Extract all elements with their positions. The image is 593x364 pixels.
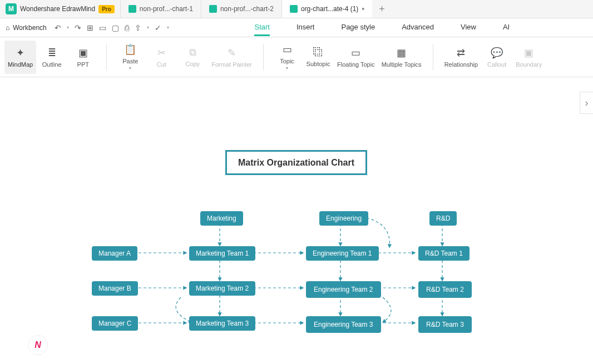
undo-icon[interactable]: ↶ — [55, 23, 61, 32]
copy-icon: ⧉ — [189, 47, 196, 58]
label: MindMap — [8, 61, 33, 68]
doc-tab-label: org-chart...ate-4 (1) — [301, 5, 358, 13]
paste-icon: 📋 — [124, 43, 136, 56]
doc-tab-label: non-prof...-chart-1 — [140, 5, 193, 13]
canvas[interactable]: Matrix Organizational Chart Marketing En… — [0, 78, 593, 364]
separator — [106, 44, 107, 71]
chevron-down-icon: ▾ — [129, 66, 131, 71]
menu-view[interactable]: View — [461, 19, 476, 36]
ribbon-group-relations: ⇄ Relationship 💬 Callout ▣ Boundary — [437, 37, 550, 77]
new-icon[interactable]: ⊞ — [87, 23, 93, 32]
label: Multiple Topics — [382, 61, 422, 68]
secondary-bar: ⌂ Workbench ↶▾ ↷ ⊞ ▭ ▢ ⎙ ⇪▾ ✓▾ Start Ins… — [0, 18, 593, 37]
doc-tab-1[interactable]: non-prof...-chart-1 — [120, 0, 201, 18]
workbench-label: Workbench — [13, 24, 46, 32]
mindmap-button[interactable]: ✦ MindMap — [4, 41, 36, 74]
menu-advanced[interactable]: Advanced — [402, 19, 434, 36]
subtopic-icon: ⿻ — [313, 47, 323, 58]
print-icon[interactable]: ⎙ — [125, 23, 129, 32]
cut-button[interactable]: ✂ Cut — [146, 41, 177, 74]
label: Paste — [122, 58, 138, 64]
doc-tab-3[interactable]: org-chart...ate-4 (1) • — [281, 0, 372, 18]
main-menu: Start Insert Page style Advanced View AI — [177, 19, 587, 36]
label: PPT — [77, 61, 89, 68]
watermark-icon: N — [28, 335, 48, 355]
label: Boundary — [516, 61, 542, 68]
boundary-icon: ▣ — [524, 47, 533, 59]
topic-icon: ▭ — [283, 43, 292, 56]
node-mkt-team-3[interactable]: Marketing Team 3 — [189, 316, 255, 331]
node-mkt-team-2[interactable]: Marketing Team 2 — [189, 281, 255, 296]
node-manager-a[interactable]: Manager A — [92, 246, 137, 261]
outline-icon: ≣ — [48, 47, 56, 59]
home-icon: ⌂ — [6, 24, 9, 32]
format-painter-button[interactable]: ✎ Format Painter — [208, 41, 255, 74]
ppt-button[interactable]: ▣ PPT — [67, 41, 98, 74]
app-logo-icon: M — [6, 3, 17, 14]
add-tab-button[interactable]: + — [372, 3, 392, 15]
ribbon-group-clipboard: 📋 Paste ▾ ✂ Cut ⧉ Copy ✎ Format Painter — [110, 37, 260, 77]
doc-tab-2[interactable]: non-prof...-chart-2 — [201, 0, 281, 18]
menu-ai[interactable]: AI — [503, 19, 510, 36]
doc-icon — [129, 5, 136, 13]
doc-tab-label: non-prof...-chart-2 — [220, 5, 274, 13]
node-eng-team-1[interactable]: Engineering Team 1 — [306, 246, 379, 261]
workbench-button[interactable]: ⌂ Workbench — [6, 24, 47, 32]
node-rd-team-3[interactable]: R&D Team 3 — [418, 316, 472, 333]
app-title-group: M Wondershare EdrawMind Pro — [0, 0, 120, 18]
label: Cut — [157, 61, 166, 68]
open-icon[interactable]: ▭ — [99, 23, 106, 32]
chevron-down-icon[interactable]: ▾ — [147, 25, 149, 30]
node-mkt-team-1[interactable]: Marketing Team 1 — [189, 246, 255, 261]
topic-button[interactable]: ▭ Topic ▾ — [271, 41, 303, 74]
menu-start[interactable]: Start — [254, 19, 269, 36]
outline-button[interactable]: ≣ Outline — [36, 41, 67, 74]
relationship-icon: ⇄ — [457, 47, 465, 59]
ribbon-group-topics: ▭ Topic ▾ ⿻ Subtopic ▭ Floating Topic ▦ … — [267, 37, 429, 77]
mindmap-icon: ✦ — [16, 47, 24, 59]
node-title[interactable]: Matrix Organizational Chart — [225, 150, 367, 175]
node-rd-team-2[interactable]: R&D Team 2 — [418, 281, 472, 298]
redo-icon[interactable]: ↷ — [75, 23, 81, 32]
ribbon-group-view: ✦ MindMap ≣ Outline ▣ PPT — [0, 37, 103, 77]
ribbon: ✦ MindMap ≣ Outline ▣ PPT 📋 Paste ▾ ✂ Cu… — [0, 37, 593, 77]
subtopic-button[interactable]: ⿻ Subtopic — [303, 41, 334, 74]
copy-button[interactable]: ⧉ Copy — [177, 41, 208, 74]
cut-icon: ✂ — [157, 47, 166, 59]
separator — [433, 44, 433, 71]
save-icon[interactable]: ▢ — [112, 23, 119, 32]
tabs-bar: M Wondershare EdrawMind Pro non-prof...-… — [0, 0, 593, 18]
export-icon[interactable]: ⇪ — [135, 23, 141, 32]
label: Outline — [42, 61, 62, 68]
node-eng-team-2[interactable]: Engineering Team 2 — [306, 281, 381, 298]
label: Floating Topic — [337, 61, 375, 68]
boundary-button[interactable]: ▣ Boundary — [512, 41, 545, 74]
edges-layer — [0, 78, 593, 364]
node-manager-c[interactable]: Manager C — [92, 316, 138, 331]
floating-topic-button[interactable]: ▭ Floating Topic — [334, 41, 378, 74]
paste-button[interactable]: 📋 Paste ▾ — [115, 41, 146, 74]
node-marketing-header[interactable]: Marketing — [200, 211, 243, 226]
modified-dot-icon[interactable]: • — [362, 4, 364, 13]
node-eng-team-3[interactable]: Engineering Team 3 — [306, 316, 381, 333]
pro-badge: Pro — [98, 5, 115, 13]
node-rd-header[interactable]: R&D — [429, 211, 457, 226]
label: Format Painter — [211, 61, 252, 68]
multiple-topics-icon: ▦ — [397, 47, 406, 59]
chevron-down-icon[interactable]: ▾ — [167, 25, 169, 30]
share-icon[interactable]: ✓ — [155, 23, 161, 32]
node-rd-team-1[interactable]: R&D Team 1 — [418, 246, 470, 261]
menu-page-style[interactable]: Page style — [341, 19, 375, 36]
label: Callout — [487, 61, 506, 68]
expand-right-panel-button[interactable]: › — [580, 92, 593, 114]
separator — [263, 44, 264, 71]
node-manager-b[interactable]: Manager B — [92, 281, 138, 296]
multiple-topics-button[interactable]: ▦ Multiple Topics — [378, 41, 425, 74]
node-engineering-header[interactable]: Engineering — [319, 211, 368, 226]
menu-insert[interactable]: Insert — [296, 19, 315, 36]
floating-topic-icon: ▭ — [351, 47, 360, 59]
callout-icon: 💬 — [491, 47, 503, 59]
chevron-down-icon[interactable]: ▾ — [67, 25, 69, 30]
relationship-button[interactable]: ⇄ Relationship — [441, 41, 482, 74]
callout-button[interactable]: 💬 Callout — [481, 41, 512, 74]
